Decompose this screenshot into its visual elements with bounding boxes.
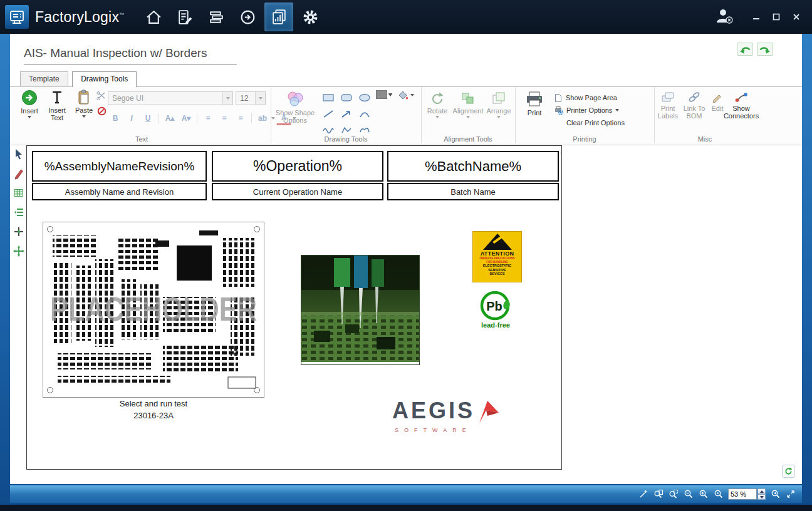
trademark: ™ — [119, 12, 124, 18]
undo-redo-group — [737, 43, 773, 56]
nav-production-button[interactable] — [170, 3, 199, 31]
nav-settings-button[interactable] — [296, 3, 325, 31]
fit-to-window-icon[interactable] — [785, 489, 796, 500]
zoom-page-icon[interactable] — [653, 489, 664, 500]
show-page-area-button[interactable]: Show Page Area — [554, 91, 625, 104]
insert-icon — [21, 90, 38, 106]
align-right-button[interactable]: ≡ — [233, 111, 248, 125]
minimize-button[interactable] — [749, 10, 763, 24]
user-account-icon[interactable] — [714, 8, 733, 27]
zoom-input[interactable] — [728, 488, 757, 500]
pcb-caption[interactable]: Select and run test 23016-23A — [43, 398, 264, 421]
group-label-alignment: Alignment Tools — [421, 135, 515, 143]
show-shape-options-button[interactable]: Show Shape Options — [274, 90, 316, 124]
field-assembly-name-revision[interactable]: %AssemblyNameRevision% — [32, 151, 207, 182]
caption-assembly-name[interactable]: Assembly Name and Revision — [32, 183, 207, 200]
factorylogix-logo-icon — [5, 5, 29, 29]
font-name-dropdown-icon[interactable] — [222, 92, 232, 105]
font-size-combo[interactable]: 12 — [236, 91, 266, 105]
nav-dispatch-button[interactable] — [233, 3, 262, 31]
zoom-spin-down[interactable] — [757, 494, 766, 500]
paste-button[interactable]: Paste — [73, 90, 95, 118]
close-button[interactable] — [789, 10, 803, 24]
rotate-button[interactable]: Rotate — [422, 91, 452, 118]
align-rows-tool-button[interactable] — [13, 206, 25, 219]
arrow-tool[interactable] — [338, 106, 355, 121]
shrink-font-button[interactable]: A▾ — [179, 111, 194, 125]
tab-template[interactable]: Template — [20, 71, 68, 86]
font-name-combo[interactable]: Segoe UI — [108, 91, 233, 105]
design-canvas[interactable]: %AssemblyNameRevision% %Operation% %Batc… — [26, 145, 562, 470]
lead-free-label[interactable]: Pb lead-free — [475, 290, 516, 334]
rectangle-tool[interactable] — [320, 90, 336, 105]
zoom-control — [728, 488, 766, 500]
show-connectors-button[interactable]: Show Connectors — [727, 91, 756, 120]
pcb-watermark: PLACEHOLDER — [50, 290, 257, 328]
inspection-photo[interactable] — [301, 255, 420, 365]
printer-options-button[interactable]: Printer Options — [554, 104, 625, 116]
field-operation[interactable]: %Operation% — [212, 151, 383, 182]
paint-bucket-icon[interactable] — [397, 90, 409, 100]
edit-pencil-icon — [711, 91, 724, 103]
group-label-misc: Misc — [654, 135, 756, 143]
leadfree-text: lead-free — [481, 321, 510, 329]
caption-batch-name[interactable]: Batch Name — [387, 183, 559, 200]
fill-color-picker[interactable] — [376, 90, 392, 99]
bold-button[interactable]: B — [108, 111, 123, 125]
esd-warning-label[interactable]: ATTENTION OBSERVE PRECAUTIONS FOR HANDLI… — [472, 231, 522, 282]
aegis-logo-name: AEGIS — [392, 400, 475, 422]
redo-button[interactable] — [757, 43, 773, 56]
font-size-dropdown-icon[interactable] — [255, 92, 265, 105]
zoom-in-icon[interactable] — [698, 489, 709, 500]
print-button[interactable]: Print — [521, 91, 548, 116]
pcb-placeholder-image[interactable]: PLACEHOLDER — [43, 222, 264, 400]
insert-button[interactable]: Insert — [18, 90, 41, 118]
zoom-tool-icon[interactable] — [638, 489, 648, 500]
zoom-reset-icon[interactable] — [713, 489, 724, 500]
pen-tool-button[interactable] — [13, 167, 25, 180]
select-tool-button[interactable] — [13, 148, 25, 160]
ribbon-group-drawing: Show Shape Options — [271, 87, 422, 143]
grow-font-button[interactable]: A▴ — [162, 111, 177, 125]
field-batch-name[interactable]: %BatchName% — [387, 151, 559, 182]
tab-drawing-tools[interactable]: Drawing Tools — [72, 71, 137, 87]
insert-text-button[interactable]: Insert Text — [44, 90, 70, 121]
zoom-selection-icon[interactable] — [668, 489, 679, 500]
align-left-button[interactable]: ≡ — [200, 111, 216, 125]
print-labels-button[interactable]: Print Labels — [655, 91, 680, 120]
line-tool[interactable] — [320, 106, 336, 121]
aegis-logo[interactable]: AEGIS SOFTWARE — [392, 400, 511, 433]
refresh-icon — [784, 467, 793, 475]
underline-button[interactable]: U — [140, 111, 155, 125]
nav-documents-button[interactable] — [264, 3, 293, 31]
anchor-tool-button[interactable] — [13, 225, 25, 238]
template-title-field[interactable]: AIS- Manual Inspection w/ Borders — [24, 46, 237, 65]
shape-options-icon — [286, 90, 304, 108]
ellipse-tool[interactable] — [356, 90, 373, 105]
text-highlight-button[interactable]: ab — [255, 111, 270, 125]
zoom-spin-up[interactable] — [757, 488, 766, 494]
align-center-button[interactable]: ≡ — [217, 111, 232, 125]
italic-button[interactable]: I — [124, 111, 139, 125]
format-separator — [251, 113, 252, 123]
rounded-rectangle-tool[interactable] — [338, 90, 355, 105]
link-to-bom-button[interactable]: Link To BOM — [682, 91, 707, 120]
arc-tool[interactable] — [356, 106, 373, 121]
maximize-button[interactable] — [769, 10, 783, 24]
alignment-button[interactable]: Alignment — [453, 91, 483, 118]
caption-operation[interactable]: Current Operation Name — [212, 183, 383, 200]
nav-library-button[interactable] — [202, 3, 231, 31]
cut-button[interactable] — [96, 91, 107, 103]
zoom-out-icon[interactable] — [683, 489, 694, 500]
canvas-refresh-button[interactable] — [782, 465, 795, 478]
grid-tool-button[interactable] — [13, 187, 25, 199]
no-format-button[interactable] — [97, 106, 107, 118]
nav-home-button[interactable] — [139, 3, 168, 31]
ribbon-group-printing: Print Show Page Area Printer Options Cle… — [515, 87, 655, 143]
clear-print-options-button[interactable]: Clear Print Options — [554, 116, 625, 129]
undo-button[interactable] — [737, 43, 753, 56]
zoom-fit-icon[interactable] — [770, 489, 781, 500]
arrange-button[interactable]: Arrange — [484, 91, 514, 118]
move-tool-button[interactable] — [13, 245, 25, 257]
format-separator — [159, 113, 159, 123]
